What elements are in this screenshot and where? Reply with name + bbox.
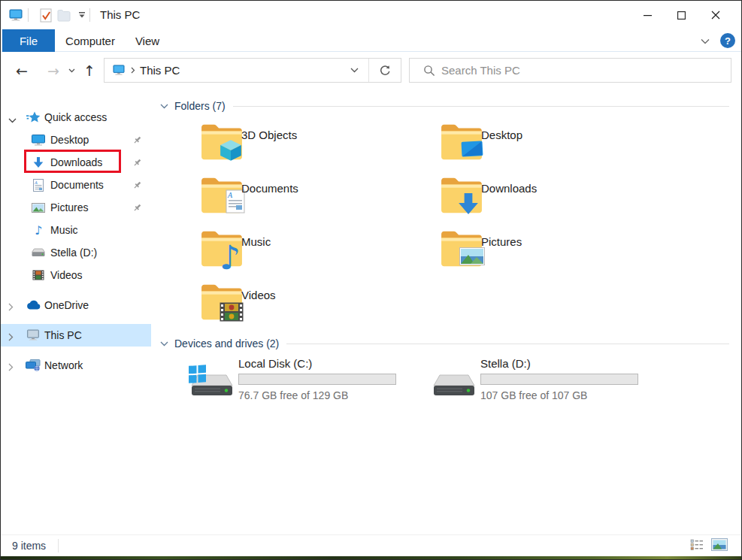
folder-tile-label: Desktop bbox=[481, 129, 522, 141]
folder-tile-videos[interactable]: Videos bbox=[191, 280, 416, 328]
pin-icon bbox=[132, 157, 142, 171]
stella-d-drive-icon bbox=[429, 363, 476, 404]
sidebar-item-label: Documents bbox=[50, 179, 104, 191]
breadcrumb-chevron-icon[interactable] bbox=[131, 67, 135, 74]
folder-tile-desktop[interactable]: Desktop bbox=[431, 120, 656, 168]
sidebar-item-this-pc[interactable]: This PC bbox=[1, 324, 151, 347]
folder-icon bbox=[440, 226, 483, 270]
network-icon bbox=[26, 358, 41, 373]
large-icons-view-button[interactable] bbox=[711, 538, 728, 554]
close-button[interactable] bbox=[698, 1, 732, 29]
properties-check-icon[interactable] bbox=[38, 8, 53, 23]
window-title: This PC bbox=[100, 8, 140, 21]
folder-tile-music[interactable]: ♪ Music bbox=[191, 226, 416, 274]
back-button[interactable]: ← bbox=[11, 53, 32, 88]
chevron-right-icon[interactable] bbox=[8, 361, 17, 370]
sidebar-item-label: This PC bbox=[44, 329, 82, 341]
downloads-icon bbox=[31, 155, 46, 170]
folder-icon bbox=[440, 173, 483, 216]
pin-icon bbox=[132, 202, 142, 216]
address-bar[interactable]: This PC bbox=[104, 58, 401, 83]
group-header-devices[interactable]: Devices and drives (2) bbox=[160, 336, 729, 351]
pin-icon bbox=[132, 180, 142, 193]
minimize-ribbon-chevron-icon[interactable] bbox=[701, 34, 710, 47]
tab-view[interactable]: View bbox=[127, 29, 168, 52]
app-this-pc-icon bbox=[8, 8, 23, 23]
chevron-right-icon[interactable] bbox=[8, 331, 17, 340]
download-arrow-overlay-icon bbox=[458, 192, 479, 218]
folder-tile-3d-objects[interactable]: 3D Objects bbox=[191, 120, 416, 168]
svg-text:A: A bbox=[34, 180, 38, 184]
local-disk-c-icon bbox=[187, 363, 234, 404]
folder-tile-documents[interactable]: A Documents bbox=[191, 173, 416, 221]
music-icon: ♪ bbox=[31, 222, 46, 238]
sidebar-item-onedrive[interactable]: OneDrive bbox=[1, 294, 151, 316]
minimize-button[interactable] bbox=[631, 1, 665, 29]
group-header-folders[interactable]: Folders (7) bbox=[160, 98, 729, 114]
desktop-icon bbox=[31, 132, 46, 147]
capacity-bar bbox=[480, 374, 638, 385]
free-space-text: 107 GB free of 107 GB bbox=[480, 389, 587, 401]
onedrive-icon bbox=[26, 298, 41, 313]
chevron-right-icon[interactable] bbox=[8, 301, 17, 310]
sidebar-item-pictures[interactable]: Pictures bbox=[1, 196, 151, 219]
sidebar-item-label: Stella (D:) bbox=[50, 247, 97, 259]
caption-buttons bbox=[631, 1, 732, 29]
sidebar-item-label: Quick access bbox=[44, 111, 107, 123]
folder-tile-label: Downloads bbox=[481, 182, 537, 195]
sidebar-item-documents[interactable]: A Documents bbox=[1, 174, 151, 196]
up-button[interactable]: ↑ bbox=[79, 53, 100, 88]
folder-tile-pictures[interactable]: Pictures bbox=[431, 226, 656, 274]
folder-tile-label: Music bbox=[241, 235, 271, 248]
maximize-button[interactable] bbox=[665, 1, 698, 29]
tab-computer[interactable]: Computer bbox=[61, 29, 120, 52]
titlebar-separator bbox=[28, 8, 29, 22]
sidebar-item-label: Network bbox=[44, 359, 83, 371]
search-icon bbox=[423, 65, 435, 77]
search-box[interactable] bbox=[409, 58, 731, 83]
sidebar-item-stella-d[interactable]: Stella (D:) bbox=[1, 241, 151, 264]
title-bar[interactable]: This PC bbox=[1, 1, 741, 29]
group-label: Folders (7) bbox=[174, 100, 226, 112]
tab-file[interactable]: File bbox=[2, 29, 55, 52]
folder-tile-label: 3D Objects bbox=[241, 129, 297, 141]
sidebar-item-videos[interactable]: Videos bbox=[1, 264, 151, 286]
titlebar-separator bbox=[89, 8, 90, 22]
folder-tile-label: Documents bbox=[241, 182, 298, 195]
chevron-down-icon[interactable] bbox=[8, 113, 17, 122]
sidebar-item-desktop[interactable]: Desktop bbox=[1, 129, 151, 151]
ribbon-tab-row: File Computer View ? bbox=[1, 29, 741, 52]
qat-dropdown-icon[interactable] bbox=[74, 8, 89, 23]
folder-tile-downloads[interactable]: Downloads bbox=[431, 173, 656, 221]
items-view: Folders (7) 3D Objects bbox=[151, 88, 741, 534]
sidebar-item-quick-access[interactable]: Quick access bbox=[1, 106, 151, 129]
drive-name: Stella (D:) bbox=[480, 357, 531, 370]
group-rule bbox=[233, 106, 729, 107]
cube-overlay-icon bbox=[220, 139, 242, 165]
folder-tile-label: Videos bbox=[241, 289, 276, 301]
folder-tile-label: Pictures bbox=[481, 235, 522, 248]
drive-tile-stella-d[interactable]: Stella (D:) 107 GB free of 107 GB bbox=[429, 357, 659, 404]
details-view-button[interactable] bbox=[690, 539, 704, 553]
drive-tile-local-disk-c[interactable]: Local Disk (C:) 76.7 GB free of 129 GB bbox=[187, 357, 416, 404]
folder-icon bbox=[440, 120, 483, 163]
sidebar-item-network[interactable]: Network bbox=[1, 354, 151, 377]
sidebar-item-downloads[interactable]: Downloads bbox=[1, 151, 151, 174]
address-dropdown-chevron-icon[interactable] bbox=[350, 68, 359, 73]
desktop-wallpaper-strip bbox=[1, 556, 741, 560]
forward-button[interactable]: → bbox=[43, 53, 64, 88]
navigation-pane: Quick access Desktop Downloads A bbox=[1, 88, 151, 534]
new-folder-icon[interactable] bbox=[56, 8, 71, 23]
photo-overlay-icon bbox=[459, 247, 485, 268]
breadcrumb[interactable]: This PC bbox=[140, 64, 180, 77]
status-separator bbox=[58, 539, 59, 552]
sidebar-item-label: Downloads bbox=[50, 156, 102, 168]
recent-locations-chevron-icon[interactable] bbox=[65, 53, 77, 88]
help-icon[interactable]: ? bbox=[720, 33, 735, 48]
quick-access-star-icon bbox=[26, 110, 41, 125]
search-input[interactable] bbox=[441, 64, 731, 77]
sidebar-item-music[interactable]: ♪ Music bbox=[1, 219, 151, 241]
status-bar: 9 items bbox=[1, 534, 741, 556]
refresh-button[interactable] bbox=[368, 59, 401, 82]
explorer-body: Quick access Desktop Downloads A bbox=[1, 88, 741, 534]
